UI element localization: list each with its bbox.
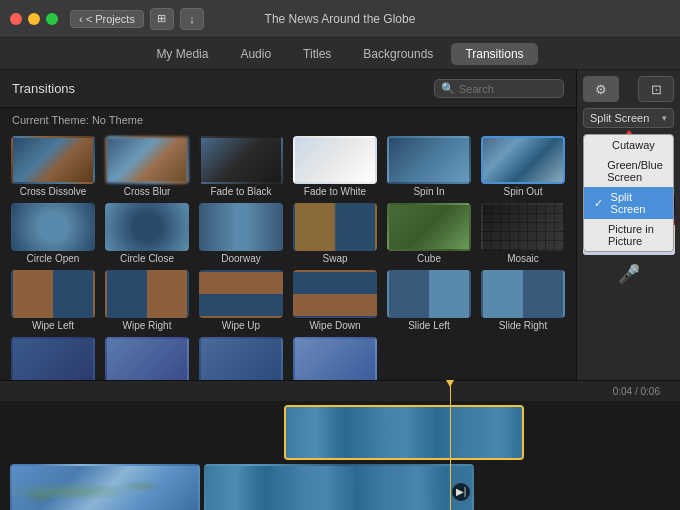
transition-item-slide-left[interactable]: Slide Left — [384, 270, 474, 331]
transition-label-mosaic: Mosaic — [507, 253, 539, 264]
transition-thumb-row4d — [293, 337, 377, 385]
tab-audio[interactable]: Audio — [226, 43, 285, 65]
transition-label-circle-close: Circle Close — [120, 253, 174, 264]
transition-item-fade-to-white[interactable]: Fade to White — [290, 136, 380, 197]
transition-thumb-slide-left — [387, 270, 471, 318]
menu-item-label: Green/Blue Screen — [607, 159, 663, 183]
share-button[interactable]: ↓ — [180, 8, 204, 30]
transition-item-cross-dissolve[interactable]: Cross Dissolve — [8, 136, 98, 197]
maximize-button[interactable] — [46, 13, 58, 25]
menu-item-cutaway[interactable]: Cutaway — [584, 135, 673, 155]
transition-item-wipe-left[interactable]: Wipe Left — [8, 270, 98, 331]
clip-world-map[interactable] — [10, 464, 200, 510]
track-spacer — [10, 405, 280, 460]
transition-label-cross-blur: Cross Blur — [124, 186, 171, 197]
total-time: 0:06 — [641, 386, 660, 397]
close-button[interactable] — [10, 13, 22, 25]
traffic-lights — [10, 13, 58, 25]
dropdown-container: Split Screen ▾ Cutaway Green/Blue Screen… — [583, 108, 674, 139]
tab-backgrounds[interactable]: Backgrounds — [349, 43, 447, 65]
microphone-icon[interactable]: 🎤 — [618, 263, 640, 291]
transition-item-doorway[interactable]: Doorway — [196, 203, 286, 264]
menu-item-green-blue-screen[interactable]: Green/Blue Screen — [584, 155, 673, 187]
tab-titles[interactable]: Titles — [289, 43, 345, 65]
transition-label-wipe-down: Wipe Down — [309, 320, 360, 331]
title-bar-left: ‹ < Projects ⊞ ↓ — [70, 8, 204, 30]
clip-waterfall-main[interactable]: ▶| — [204, 464, 474, 510]
transition-item-circle-open[interactable]: Circle Open — [8, 203, 98, 264]
fullscreen-icon-button[interactable]: ⊡ — [638, 76, 674, 102]
search-input[interactable] — [459, 83, 557, 95]
transition-thumb-cross-dissolve — [11, 136, 95, 184]
transition-item-wipe-right[interactable]: Wipe Right — [102, 270, 192, 331]
transition-label-spin-out: Spin Out — [504, 186, 543, 197]
back-arrow-icon: ‹ — [79, 13, 83, 25]
transition-thumb-mosaic — [481, 203, 565, 251]
top-track-row — [10, 405, 670, 460]
search-icon: 🔍 — [441, 82, 455, 95]
transition-item-mosaic[interactable]: Mosaic — [478, 203, 568, 264]
menu-item-split-screen[interactable]: ✓ Split Screen — [584, 187, 673, 219]
transition-thumb-row4a — [11, 337, 95, 385]
transition-item-spin-in[interactable]: Spin In — [384, 136, 474, 197]
top-clip-waterfall[interactable] — [284, 405, 524, 460]
transition-thumb-row4b — [105, 337, 189, 385]
menu-item-picture-in-picture[interactable]: Picture in Picture — [584, 219, 673, 251]
minimize-button[interactable] — [28, 13, 40, 25]
check-icon: ✓ — [594, 197, 605, 210]
menu-item-label: Picture in Picture — [608, 223, 663, 247]
transition-item-spin-out[interactable]: Spin Out — [478, 136, 568, 197]
transition-label-doorway: Doorway — [221, 253, 260, 264]
transition-label-fade-to-black: Fade to Black — [210, 186, 271, 197]
transition-label-cross-dissolve: Cross Dissolve — [20, 186, 87, 197]
transition-label-spin-in: Spin In — [413, 186, 444, 197]
transition-label-circle-open: Circle Open — [27, 253, 80, 264]
transition-item-slide-right[interactable]: Slide Right — [478, 270, 568, 331]
transition-item-wipe-down[interactable]: Wipe Down — [290, 270, 380, 331]
transition-item-swap[interactable]: Swap — [290, 203, 380, 264]
transition-label-fade-to-white: Fade to White — [304, 186, 366, 197]
transition-thumb-wipe-right — [105, 270, 189, 318]
transition-item-wipe-up[interactable]: Wipe Up — [196, 270, 286, 331]
window-title: The News Around the Globe — [265, 12, 416, 26]
dropdown-selected-label: Split Screen — [590, 112, 649, 124]
transition-item-circle-close[interactable]: Circle Close — [102, 203, 192, 264]
transition-item-cube[interactable]: Cube — [384, 203, 474, 264]
timeline-tracks: ▶| — [0, 401, 680, 510]
view-icon-button[interactable]: ⚙ — [583, 76, 619, 102]
panel-header: Transitions 🔍 — [0, 70, 576, 108]
transition-thumb-circle-open — [11, 203, 95, 251]
transition-label-swap: Swap — [322, 253, 347, 264]
transition-item-fade-to-black[interactable]: Fade to Black — [196, 136, 286, 197]
timeline-container: ▶| — [0, 401, 680, 510]
transition-label-wipe-up: Wipe Up — [222, 320, 260, 331]
transition-label-cube: Cube — [417, 253, 441, 264]
transition-thumb-wipe-up — [199, 270, 283, 318]
transition-label-wipe-left: Wipe Left — [32, 320, 74, 331]
transition-thumb-row4c — [199, 337, 283, 385]
playhead-line — [450, 401, 451, 510]
panel-title: Transitions — [12, 81, 75, 96]
split-screen-dropdown[interactable]: Split Screen ▾ — [583, 108, 674, 128]
playhead-triangle-icon — [446, 380, 454, 387]
search-box[interactable]: 🔍 — [434, 79, 564, 98]
tab-my-media[interactable]: My Media — [142, 43, 222, 65]
timeline-ruler: 0:04 / 0:06 — [0, 381, 680, 401]
menu-item-label: Split Screen — [611, 191, 663, 215]
back-button-label: < Projects — [86, 13, 135, 25]
transition-thumb-cube — [387, 203, 471, 251]
transition-label-slide-left: Slide Left — [408, 320, 450, 331]
clip-end-button[interactable]: ▶| — [452, 483, 470, 501]
nav-tabs: My Media Audio Titles Backgrounds Transi… — [0, 38, 680, 70]
menu-item-label: Cutaway — [612, 139, 655, 151]
back-to-projects-button[interactable]: ‹ < Projects — [70, 10, 144, 28]
transition-item-cross-blur[interactable]: Cross Blur — [102, 136, 192, 197]
tab-transitions[interactable]: Transitions — [451, 43, 537, 65]
transition-thumb-circle-close — [105, 203, 189, 251]
import-button[interactable]: ⊞ — [150, 8, 174, 30]
timeline-area: 0:04 / 0:06 — [0, 380, 680, 510]
playhead-ruler — [450, 381, 451, 401]
theme-label: Current Theme: No Theme — [0, 108, 576, 132]
transition-label-slide-right: Slide Right — [499, 320, 547, 331]
current-time-display: 0:04 / 0:06 — [613, 386, 660, 397]
